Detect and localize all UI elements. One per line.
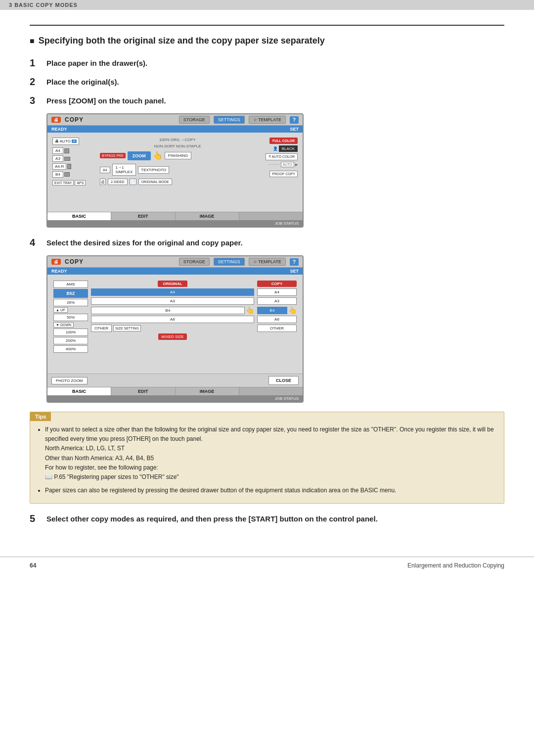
panel1-template-tab[interactable]: ☆ TEMPLATE [249, 116, 286, 124]
panel1-2sided-btn[interactable]: 2-SIDED [108, 179, 128, 185]
step-1-number: 1 [30, 57, 42, 69]
panel2-pct26-btn[interactable]: 26% [53, 299, 88, 306]
panel2-b5z-btn[interactable]: B5Z [53, 289, 88, 298]
panel2-edit-tab[interactable]: EDIT [111, 387, 175, 395]
panel2-hand2-icon: 👆 [288, 306, 297, 314]
panel2-ready: READY SET [47, 268, 303, 275]
panel1-storage-tab[interactable]: STORAGE [179, 116, 210, 124]
panel2-body: AMS B5Z 26% ▲ UP 50% ▼ DOWN 100% 200% 40… [47, 275, 303, 374]
panel2-copy-a6[interactable]: A6 [257, 316, 297, 323]
panel1-auto-row: 🖶 AUTO ≡ [52, 138, 97, 145]
panel2-jobstatus[interactable]: JOB STATUS [47, 395, 303, 402]
panel2-controls: AMS B5Z 26% ▲ UP 50% ▼ DOWN 100% 200% 40… [51, 279, 299, 355]
panel1-exit-btn[interactable]: EXIT TRAY [52, 180, 74, 186]
panel2-image-tab[interactable]: IMAGE [176, 387, 239, 395]
section-title: Specifying both the original size and th… [30, 36, 504, 46]
panel2-logo: 🖨 [51, 259, 61, 265]
panel2-close-btn[interactable]: CLOSE [268, 376, 299, 385]
panel1-proof-btn[interactable]: PROOF COPY [269, 171, 298, 177]
tips-register-ref: 📖 P.65 "Registering paper sizes to "OTHE… [45, 473, 179, 480]
panel1-a3-sq [64, 157, 70, 161]
panel1-topbar: 🖨 COPY STORAGE SETTINGS ☆ TEMPLATE ? [47, 114, 303, 126]
panel2-original-a6[interactable]: A6 [91, 316, 254, 323]
panel2-other-row: OTHER SIZE SETTING [91, 325, 254, 332]
panel2-topbar: 🖨 COPY STORAGE SETTINGS ☆ TEMPLATE ? [47, 256, 303, 268]
panel2-copy-a3[interactable]: A3 [257, 297, 297, 305]
panel1-aps-btn[interactable]: APS [75, 180, 86, 186]
panel1-edit-tab[interactable]: EDIT [111, 212, 175, 220]
panel1-finishing-btn[interactable]: FINISHING [165, 152, 191, 159]
panel2-settings-tab[interactable]: SETTINGS [214, 258, 245, 266]
tips-na-sizes: North America: LD, LG, LT, ST [45, 445, 125, 452]
panel1-a4-row: A4 [52, 147, 97, 154]
panel1-auto-small[interactable]: AUTO [281, 162, 294, 167]
panel1-help-btn[interactable]: ? [290, 116, 299, 124]
panel1-simplex-btn[interactable]: 1→1SIMPLEX [112, 164, 136, 176]
panel2-photozoom-btn[interactable]: PHOTO ZOOM [51, 377, 88, 384]
step-1-text: Place paper in the drawer(s). [46, 57, 147, 68]
panel2-original-a3[interactable]: A3 [91, 297, 254, 305]
panel2-ams-btn[interactable]: AMS [53, 281, 88, 288]
panel1-icon1: 🖨 [100, 179, 106, 185]
panel1-row3: 🖨 2-SIDED 📄 ORIGINAL MODE [100, 179, 255, 185]
step-3-text: Press [ZOOM] on the touch panel. [46, 94, 166, 106]
panel1-right: FULL COLOR 👤 BLACK ⠿ AUTO COLOR ········… [258, 138, 298, 186]
tips-bullet2: Paper sizes can also be registered by pr… [45, 487, 396, 494]
panel2-left: AMS B5Z 26% ▲ UP 50% ▼ DOWN 100% 200% 40… [53, 281, 88, 353]
panel2-original-other[interactable]: OTHER [91, 325, 112, 332]
panel2-center-hand-row: B4 👆 [91, 306, 254, 314]
panel2-right-hand-row: B4 👆 [257, 306, 297, 314]
copy-panel-2: 🖨 COPY STORAGE SETTINGS ☆ TEMPLATE ? REA… [46, 255, 304, 403]
panel1-b4-sq [64, 172, 70, 177]
panel1-bottombar: BASIC EDIT IMAGE [47, 212, 303, 220]
panel2-original-b4[interactable]: B4 [91, 307, 245, 314]
panel1-auto-dots: ············ AUTO ▶ [268, 162, 298, 167]
panel2-copy-other[interactable]: OTHER [257, 325, 297, 332]
step-2-number: 2 [30, 76, 42, 88]
panel2-size-setting[interactable]: SIZE SETTING [113, 325, 141, 331]
panel2-copy-b4[interactable]: B4 [257, 307, 287, 314]
panel1-b4-row: B4 [52, 171, 97, 178]
panel1-bypass-btn[interactable]: BYPASS PRE [100, 153, 126, 158]
panel1-settings-tab[interactable]: SETTINGS [214, 116, 245, 124]
panel1-logo: 🖨 [51, 117, 61, 123]
panel2-pct50-btn[interactable]: 50% [53, 314, 88, 321]
panel2-mixed-btn[interactable]: MIXED SIZE [158, 333, 186, 340]
panel1-small1[interactable]: A4 [100, 167, 110, 173]
step-1: 1 Place paper in the drawer(s). [30, 57, 504, 69]
panel1-zoom-btn[interactable]: ZOOM [128, 151, 151, 160]
panel1-black-btn[interactable]: BLACK [279, 145, 298, 152]
panel2-storage-tab[interactable]: STORAGE [179, 258, 210, 266]
panel2-hand1-icon: 👆 [246, 306, 254, 314]
footer: 64 Enlargement and Reduction Copying [0, 557, 534, 574]
panel2-basic-tab[interactable]: BASIC [47, 387, 111, 395]
panel1-original-btn[interactable]: ORIGINAL MODE [138, 179, 172, 185]
panel2-help-btn[interactable]: ? [290, 258, 299, 266]
panel2-right: COPY A4 A3 B4 👆 A6 OTHER [257, 281, 297, 353]
panel2-up-btn[interactable]: ▲ UP [53, 307, 68, 313]
panel2-pct400-btn[interactable]: 400% [53, 345, 88, 353]
panel2-original-a4[interactable]: A4 [91, 288, 254, 296]
step-5-number: 5 [30, 513, 42, 524]
panel2-template-tab[interactable]: ☆ TEMPLATE [249, 258, 286, 266]
step-5: 5 Select other copy modes as required, a… [30, 513, 504, 525]
panel1-center: 100% ORG.→COPY NON-SORT NON-STAPLE BYPAS… [100, 138, 255, 186]
panel1-jobstatus[interactable]: JOB STATUS [47, 220, 303, 227]
panel2-pct100-btn[interactable]: 100% [53, 329, 88, 336]
panel1-textphoto-btn[interactable]: TEXT/PHOTO [138, 166, 169, 174]
panel1-fullcolor-btn[interactable]: FULL COLOR [269, 138, 298, 144]
step-4-number: 4 [30, 236, 42, 248]
step-3: 3 Press [ZOOM] on the touch panel. [30, 94, 504, 106]
panel1-autocolor-btn[interactable]: ⠿ AUTO COLOR [266, 153, 298, 160]
panel2-copy-a4[interactable]: A4 [257, 288, 297, 296]
panel1-basic-tab[interactable]: BASIC [47, 212, 111, 220]
panel1-auto-btn[interactable]: 🖶 AUTO ≡ [52, 138, 79, 145]
tips-body: If you want to select a size other than … [30, 421, 504, 503]
panel1-body: 🖶 AUTO ≡ A4 A3 A4-R B4 [47, 133, 303, 212]
panel2-pct200-btn[interactable]: 200% [53, 337, 88, 344]
panel1-zoom-area: BYPASS PRE ZOOM 👆 FINISHING [100, 151, 255, 160]
footer-page-title: Enlargement and Reduction Copying [407, 562, 504, 569]
panel1-image-tab[interactable]: IMAGE [176, 212, 239, 220]
panel2-updown: ▲ UP [53, 307, 88, 313]
panel2-down-btn[interactable]: ▼ DOWN [53, 322, 74, 328]
